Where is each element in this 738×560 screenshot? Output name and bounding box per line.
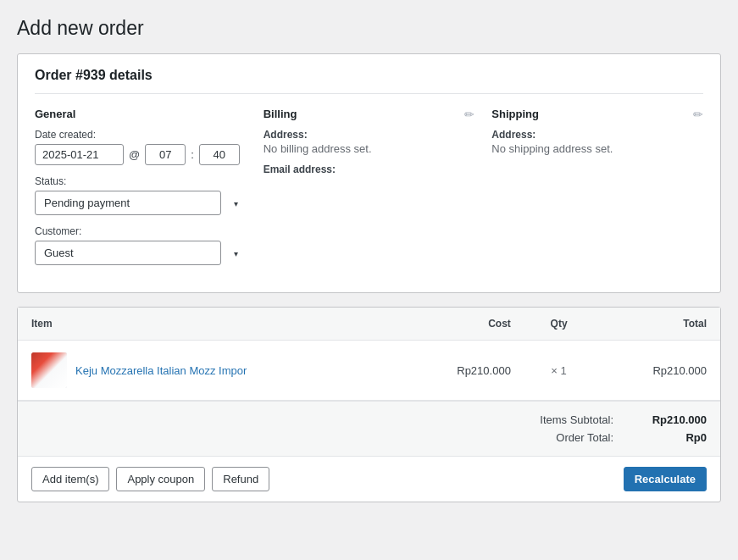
hour-input[interactable] [145, 144, 186, 165]
subtotal-row: Items Subtotal: Rp210.000 [31, 413, 707, 426]
at-symbol: @ [129, 148, 140, 161]
order-total-value: Rp0 [630, 431, 707, 444]
order-details-card: Order #939 details General Date created:… [17, 53, 721, 293]
table-row: Keju Mozzarella Italian Mozz Impor Rp210… [18, 341, 720, 401]
shipping-section: Shipping ✏ Address: No shipping address … [491, 108, 703, 275]
general-section-title: General [35, 108, 247, 120]
item-qty-value: × 1 [551, 364, 566, 377]
customer-chevron-icon: ▾ [234, 248, 238, 258]
item-cost: Rp210.000 [397, 341, 524, 401]
subtotal-value: Rp210.000 [630, 413, 707, 426]
items-card: Item Cost Qty Total Keju Mozzarella Ital… [17, 307, 721, 502]
recalculate-button[interactable]: Recalculate [624, 467, 707, 491]
items-table: Item Cost Qty Total Keju Mozzarella Ital… [18, 308, 720, 401]
shipping-edit-icon[interactable]: ✏ [693, 108, 703, 121]
col-item: Item [18, 308, 397, 341]
billing-address-label: Address: [264, 129, 475, 141]
item-total: Rp210.000 [593, 341, 720, 401]
billing-email-label: Email address: [264, 164, 475, 175]
shipping-address-value: No shipping address set. [491, 142, 703, 155]
billing-section: Billing ✏ Address: No billing address se… [264, 108, 475, 275]
shipping-section-header: Shipping ✏ [491, 108, 703, 129]
general-section: General Date created: @ : Status: Pendin… [35, 108, 247, 275]
item-thumbnail-img [31, 352, 67, 388]
minute-input[interactable] [199, 144, 240, 165]
add-items-button[interactable]: Add item(s) [31, 467, 109, 491]
item-cell: Keju Mozzarella Italian Mozz Impor [18, 341, 397, 401]
item-thumbnail [31, 352, 67, 388]
billing-edit-icon[interactable]: ✏ [464, 108, 474, 121]
order-total-label: Order Total: [503, 431, 613, 444]
order-details-title: Order #939 details [35, 68, 703, 94]
item-cell-inner: Keju Mozzarella Italian Mozz Impor [31, 352, 384, 388]
billing-section-title: Billing [264, 108, 297, 120]
item-name-link[interactable]: Keju Mozzarella Italian Mozz Impor [75, 364, 247, 377]
order-total-row: Order Total: Rp0 [31, 431, 707, 444]
status-chevron-icon: ▾ [234, 198, 238, 208]
subtotal-label: Items Subtotal: [503, 413, 613, 426]
date-row: @ : [35, 144, 247, 165]
actions-bar: Add item(s) Apply coupon Refund Recalcul… [18, 456, 720, 502]
col-qty: Qty [524, 308, 593, 341]
status-select[interactable]: Pending payment Processing On hold Compl… [35, 191, 221, 215]
customer-select-wrapper: Guest ▾ [35, 241, 247, 265]
table-header-row: Item Cost Qty Total [18, 308, 720, 341]
order-details-grid: General Date created: @ : Status: Pendin… [35, 108, 703, 275]
billing-address-value: No billing address set. [264, 142, 475, 155]
item-qty: × 1 [524, 341, 593, 401]
customer-label: Customer: [35, 225, 247, 237]
totals-section: Items Subtotal: Rp210.000 Order Total: R… [18, 401, 720, 456]
apply-coupon-button[interactable]: Apply coupon [116, 467, 205, 491]
customer-select[interactable]: Guest [35, 241, 221, 265]
shipping-section-title: Shipping [491, 108, 539, 120]
refund-button[interactable]: Refund [212, 467, 269, 491]
time-colon: : [191, 148, 194, 161]
date-label: Date created: [35, 129, 247, 141]
col-cost: Cost [397, 308, 524, 341]
billing-section-header: Billing ✏ [264, 108, 475, 129]
col-total: Total [593, 308, 720, 341]
left-actions: Add item(s) Apply coupon Refund [31, 467, 269, 491]
page-title: Add new order [17, 17, 721, 40]
shipping-address-label: Address: [491, 129, 703, 141]
status-select-wrapper: Pending payment Processing On hold Compl… [35, 191, 247, 215]
status-label: Status: [35, 175, 247, 187]
date-input[interactable] [35, 144, 124, 165]
